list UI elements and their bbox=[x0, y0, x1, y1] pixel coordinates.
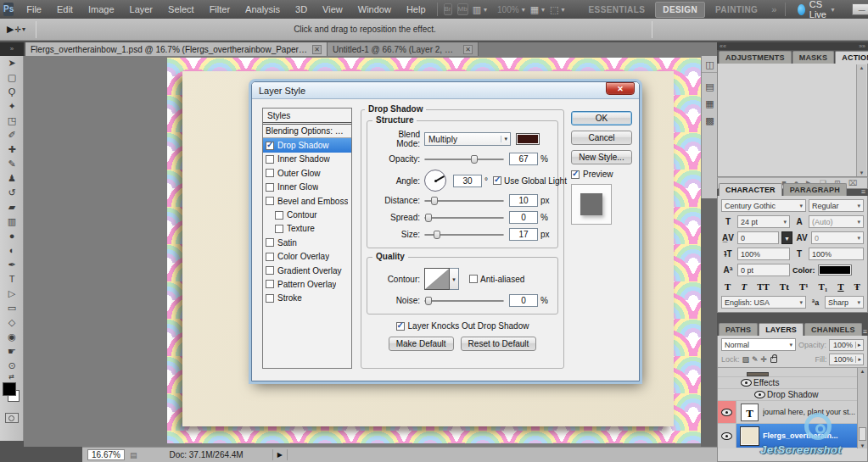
style-item-contour[interactable]: Contour bbox=[263, 208, 351, 221]
font-style-select[interactable]: Regular▾ bbox=[809, 199, 864, 212]
visibility-cell[interactable] bbox=[752, 389, 767, 400]
collapse-panels-icon[interactable]: «« bbox=[720, 42, 726, 50]
scrollbar[interactable]: ▲▼ bbox=[856, 64, 866, 176]
screen-mode-icon[interactable]: ⬚ bbox=[550, 4, 558, 15]
drop-shadow-effect-row[interactable]: Drop Shadow bbox=[718, 389, 859, 401]
checkbox[interactable] bbox=[275, 211, 283, 220]
ok-button[interactable]: OK bbox=[571, 111, 632, 125]
text-layer-thumbnail[interactable]: T bbox=[741, 404, 759, 421]
contour-dropdown-icon[interactable]: ▾ bbox=[450, 268, 459, 290]
noise-slider[interactable] bbox=[424, 296, 504, 306]
tool-brush[interactable]: ✎ bbox=[0, 157, 24, 171]
style-item-stroke[interactable]: Stroke bbox=[263, 292, 351, 305]
checkbox[interactable] bbox=[266, 142, 274, 150]
baseline-shift-field[interactable]: 0 pt bbox=[737, 264, 790, 276]
menu-3d[interactable]: 3D bbox=[288, 0, 315, 19]
style-item-satin[interactable]: Satin bbox=[263, 236, 351, 249]
scroll-down-icon[interactable]: ▼ bbox=[860, 170, 865, 175]
kerning-dropdown-icon[interactable]: ▼ bbox=[781, 231, 792, 244]
style-item-pattern-overlay[interactable]: Pattern Overlay bbox=[263, 277, 351, 291]
tool-presets-panel-icon[interactable]: ▤ bbox=[702, 78, 718, 95]
lock-position-icon[interactable]: ✛ bbox=[761, 355, 768, 364]
scrollbar[interactable]: ▲ ▼ bbox=[857, 368, 867, 448]
menu-filter[interactable]: Filter bbox=[202, 0, 238, 19]
swap-colors-icon[interactable]: ⇄ bbox=[0, 373, 23, 381]
app-zoom-level[interactable]: 100% bbox=[497, 5, 519, 14]
visibility-cell[interactable] bbox=[718, 401, 736, 423]
menu-help[interactable]: Help bbox=[399, 0, 434, 19]
tool-3d-rotate[interactable]: ◇ bbox=[0, 315, 24, 330]
new-style-button[interactable]: New Style... bbox=[571, 150, 632, 164]
tool-blur[interactable]: ● bbox=[0, 229, 24, 243]
close-icon[interactable]: ✕ bbox=[463, 45, 473, 54]
chevron-down-icon[interactable]: ▾ bbox=[522, 6, 525, 14]
menu-select[interactable]: Select bbox=[160, 0, 202, 19]
expand-panels-icon[interactable]: »» bbox=[859, 42, 865, 50]
checkbox[interactable] bbox=[266, 183, 274, 192]
make-default-button[interactable]: Make Default bbox=[389, 337, 454, 351]
reset-to-default-button[interactable]: Reset to Default bbox=[461, 337, 537, 351]
tracking-select[interactable]: 0▾ bbox=[811, 231, 864, 244]
faux-bold-button[interactable]: T bbox=[725, 281, 731, 292]
tool-crop[interactable]: ◳ bbox=[0, 114, 24, 128]
tool-dodge[interactable]: ◐ bbox=[0, 243, 24, 258]
layer-knockout-checkbox[interactable]: Layer Knocks Out Drop Shadow bbox=[361, 321, 563, 331]
document-tab-1[interactable]: Flergs_overtherainbow_1.psd @ 16.7% (Fle… bbox=[25, 42, 328, 56]
menu-window[interactable]: Window bbox=[350, 0, 399, 19]
font-size-select[interactable]: 24 pt▾ bbox=[737, 215, 790, 228]
tab-character[interactable]: CHARACTER bbox=[719, 183, 782, 196]
actions-list[interactable]: ▲▼ bbox=[717, 64, 868, 177]
anti-alias-select[interactable]: Sharp▾ bbox=[825, 296, 864, 309]
tool-eyedropper[interactable]: ✐ bbox=[0, 128, 24, 142]
spread-value[interactable]: 0 bbox=[509, 211, 538, 224]
tab-paragraph[interactable]: PARAGRAPH bbox=[783, 183, 847, 196]
view-extras-icon[interactable]: ▥ bbox=[473, 4, 481, 15]
size-value[interactable]: 17 bbox=[509, 228, 538, 241]
document-tab-2[interactable]: Untitled-1 @ 66.7% (Layer 2, RGB/8) * ✕ bbox=[328, 42, 479, 56]
effects-row[interactable]: Effects bbox=[718, 377, 859, 389]
tool-path-selection[interactable]: ▷ bbox=[0, 287, 24, 301]
small-caps-button[interactable]: Tt bbox=[780, 281, 789, 292]
tool-rectangle-shape[interactable]: ▭ bbox=[0, 301, 24, 315]
panel-menu-icon[interactable]: ≡ bbox=[861, 187, 865, 196]
workspace-painting[interactable]: PAINTING bbox=[708, 3, 764, 17]
arrange-documents-icon[interactable]: ▦ bbox=[530, 4, 539, 15]
panel-menu-icon[interactable]: ≡ bbox=[863, 327, 867, 336]
opacity-slider[interactable] bbox=[424, 154, 504, 164]
tab-actions[interactable]: ACTIONS bbox=[835, 51, 868, 64]
anti-aliased-checkbox[interactable]: Anti-aliased bbox=[469, 275, 524, 284]
menu-view[interactable]: View bbox=[315, 0, 350, 19]
workspace-overflow-icon[interactable]: » bbox=[771, 4, 776, 14]
style-item-drop-shadow[interactable]: Drop Shadow bbox=[263, 138, 351, 152]
tool-clone-stamp[interactable]: ♟ bbox=[0, 171, 24, 186]
lock-transparency-icon[interactable]: ▨ bbox=[742, 355, 750, 364]
menu-layer[interactable]: Layer bbox=[122, 0, 161, 19]
layer-row-partial[interactable] bbox=[718, 368, 859, 377]
horizontal-scale-field[interactable]: 100% bbox=[809, 248, 864, 260]
tab-layers[interactable]: LAYERS bbox=[759, 323, 804, 336]
checkbox[interactable] bbox=[266, 253, 274, 261]
leading-select[interactable]: (Auto)▾ bbox=[809, 215, 864, 228]
style-item-texture[interactable]: Texture bbox=[263, 222, 351, 236]
angle-value[interactable]: 30 bbox=[453, 175, 482, 187]
brush-presets-panel-icon[interactable]: ▦ bbox=[702, 95, 718, 112]
blend-mode-select[interactable]: Normal▾ bbox=[721, 338, 796, 351]
zoom-level-field[interactable]: 16.67% bbox=[87, 449, 125, 460]
workspace-essentials[interactable]: ESSENTIALS bbox=[582, 3, 652, 17]
cancel-button[interactable]: Cancel bbox=[571, 131, 632, 145]
lock-all-icon[interactable] bbox=[770, 357, 777, 363]
toolbar-collapse-icon[interactable]: » bbox=[0, 42, 24, 56]
underline-button[interactable]: T bbox=[837, 281, 843, 292]
image-layer-thumbnail[interactable] bbox=[741, 427, 759, 445]
kerning-field[interactable]: 0 bbox=[737, 231, 779, 244]
text-layer-row[interactable]: T journal here, plant your st... bbox=[718, 401, 859, 424]
checkbox[interactable] bbox=[266, 266, 274, 275]
all-caps-button[interactable]: TT bbox=[757, 281, 770, 292]
style-item-color-overlay[interactable]: Color Overlay bbox=[263, 250, 351, 264]
checkbox[interactable] bbox=[266, 169, 274, 177]
tool-rectangular-marquee[interactable]: ▢ bbox=[0, 70, 24, 85]
tool-healing-brush[interactable]: ✚ bbox=[0, 142, 24, 157]
checkbox[interactable] bbox=[266, 155, 274, 164]
subscript-button[interactable]: T₁ bbox=[819, 281, 828, 292]
style-item-gradient-overlay[interactable]: Gradient Overlay bbox=[263, 264, 351, 277]
